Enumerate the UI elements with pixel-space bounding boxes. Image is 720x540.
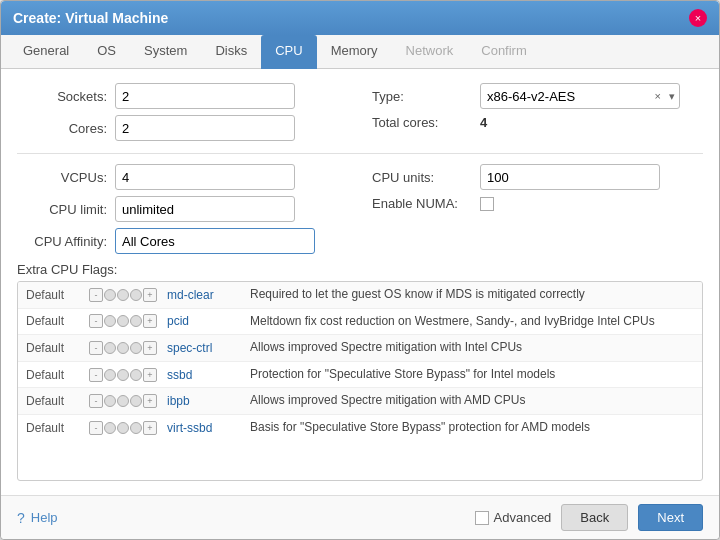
flag-name: virt-ssbd [167, 421, 242, 435]
flag-circle-2 [117, 342, 129, 354]
flag-desc: Protection for "Speculative Store Bypass… [250, 367, 694, 383]
sockets-input[interactable] [116, 87, 295, 106]
flag-plus[interactable]: + [143, 368, 157, 382]
flag-desc: Required to let the guest OS know if MDS… [250, 287, 694, 303]
flags-table-inner: Default - + md-clear Required to let the… [18, 282, 702, 480]
flag-circle-2 [117, 369, 129, 381]
type-select[interactable]: x86-64-v2-AES [481, 87, 679, 106]
cores-row: Cores: ▲ ▼ [17, 115, 348, 141]
flag-row: Default - + virt-ssbd Basis for "Specula… [18, 415, 702, 441]
advanced-checkbox[interactable] [475, 511, 489, 525]
flag-circle-3 [130, 422, 142, 434]
flag-desc: Allows improved Spectre mitigation with … [250, 393, 694, 409]
total-cores-row: Total cores: 4 [372, 115, 703, 130]
flag-circles [104, 369, 142, 381]
flag-minus[interactable]: - [89, 421, 103, 435]
extra-flags-section: Extra CPU Flags: Default - + md-clear Re… [17, 262, 703, 481]
close-button[interactable]: × [689, 9, 707, 27]
flag-circles [104, 342, 142, 354]
flag-circle-3 [130, 369, 142, 381]
footer-left: ? Help [17, 510, 58, 526]
flag-plus[interactable]: + [143, 314, 157, 328]
mid-left-col: VCPUs: ▲ ▼ CPU limit: ▲ [17, 164, 348, 256]
flag-minus[interactable]: - [89, 394, 103, 408]
flags-table: Default - + md-clear Required to let the… [17, 281, 703, 481]
cores-input-wrap: ▲ ▼ [115, 115, 295, 141]
cpu-limit-input[interactable] [116, 200, 295, 219]
vcpus-label: VCPUs: [17, 170, 107, 185]
tab-disks[interactable]: Disks [201, 35, 261, 68]
flag-row: Default - + spec-ctrl Allows improved Sp… [18, 335, 702, 362]
flag-circle-1 [104, 342, 116, 354]
dialog-header: Create: Virtual Machine × [1, 1, 719, 35]
flag-circle-3 [130, 315, 142, 327]
tab-content: Sockets: ▲ ▼ Cores: ▲ [1, 69, 719, 495]
vcpus-input[interactable] [116, 168, 295, 187]
flag-plus[interactable]: + [143, 421, 157, 435]
flag-circles [104, 289, 142, 301]
flag-name: ssbd [167, 368, 242, 382]
flag-circle-3 [130, 289, 142, 301]
create-vm-dialog: Create: Virtual Machine × General OS Sys… [0, 0, 720, 540]
enable-numa-label: Enable NUMA: [372, 196, 472, 211]
flag-default: Default [26, 368, 81, 382]
cpu-limit-row: CPU limit: ▲ ▼ [17, 196, 348, 222]
flag-toggle: - + [89, 288, 159, 302]
flag-minus[interactable]: - [89, 341, 103, 355]
flag-circles [104, 315, 142, 327]
top-form: Sockets: ▲ ▼ Cores: ▲ [17, 83, 703, 143]
cores-input[interactable] [116, 119, 295, 138]
left-col: Sockets: ▲ ▼ Cores: ▲ [17, 83, 348, 143]
tab-network: Network [392, 35, 468, 68]
flag-toggle: - + [89, 341, 159, 355]
sockets-input-wrap: ▲ ▼ [115, 83, 295, 109]
flag-default: Default [26, 421, 81, 435]
back-button[interactable]: Back [561, 504, 628, 531]
flags-scroll-area[interactable]: Default - + md-clear Required to let the… [18, 282, 702, 480]
flag-circle-2 [117, 289, 129, 301]
flag-plus[interactable]: + [143, 394, 157, 408]
flag-row: Default - + ibpb Allows improved Spectre… [18, 388, 702, 415]
flag-minus[interactable]: - [89, 288, 103, 302]
tab-cpu[interactable]: CPU [261, 35, 316, 69]
total-cores-value: 4 [480, 115, 487, 130]
help-icon: ? [17, 510, 25, 526]
tab-system[interactable]: System [130, 35, 201, 68]
flag-desc: Basis for "Speculative Store Bypass" pro… [250, 420, 694, 436]
flag-plus[interactable]: + [143, 288, 157, 302]
flag-circles [104, 395, 142, 407]
enable-numa-checkbox[interactable] [480, 197, 494, 211]
cpu-units-input[interactable] [481, 168, 660, 187]
flag-plus[interactable]: + [143, 341, 157, 355]
flag-default: Default [26, 288, 81, 302]
advanced-wrap: Advanced [475, 510, 552, 525]
flag-toggle: - + [89, 421, 159, 435]
type-label: Type: [372, 89, 472, 104]
cpu-affinity-input-wrap [115, 228, 315, 254]
flag-name: spec-ctrl [167, 341, 242, 355]
cpu-limit-input-wrap: ▲ ▼ [115, 196, 295, 222]
cpu-units-row: CPU units: ▲ ▼ [372, 164, 703, 190]
tabs-bar: General OS System Disks CPU Memory Netwo… [1, 35, 719, 69]
flag-default: Default [26, 314, 81, 328]
type-clear-icon[interactable]: × [655, 90, 661, 102]
cpu-affinity-label: CPU Affinity: [17, 234, 107, 249]
type-select-wrap: x86-64-v2-AES × ▾ [480, 83, 680, 109]
flag-toggle: - + [89, 394, 159, 408]
cpu-units-label: CPU units: [372, 170, 472, 185]
cpu-affinity-row: CPU Affinity: [17, 228, 348, 254]
help-label[interactable]: Help [31, 510, 58, 525]
extra-flags-label: Extra CPU Flags: [17, 262, 703, 277]
next-button[interactable]: Next [638, 504, 703, 531]
tab-os[interactable]: OS [83, 35, 130, 68]
advanced-label: Advanced [494, 510, 552, 525]
tab-general[interactable]: General [9, 35, 83, 68]
flag-minus[interactable]: - [89, 368, 103, 382]
tab-memory[interactable]: Memory [317, 35, 392, 68]
mid-right-col: CPU units: ▲ ▼ Enable NUMA: [372, 164, 703, 256]
middle-form: VCPUs: ▲ ▼ CPU limit: ▲ [17, 164, 703, 256]
cpu-affinity-input[interactable] [116, 232, 314, 251]
flag-circle-2 [117, 315, 129, 327]
flag-minus[interactable]: - [89, 314, 103, 328]
flag-circle-1 [104, 315, 116, 327]
